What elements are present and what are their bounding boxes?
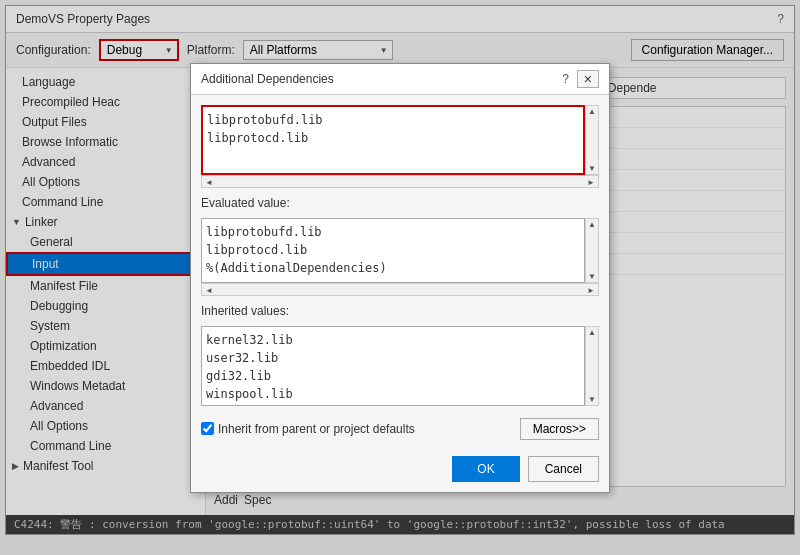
- eval-label: Evaluated value:: [201, 196, 599, 210]
- eval-value: libprotobufd.liblibprotocd.lib%(Addition…: [201, 218, 585, 283]
- scroll-right-icon[interactable]: ►: [584, 176, 598, 187]
- eval-scroll-right-icon[interactable]: ►: [584, 284, 598, 295]
- modal-footer-row: Inherit from parent or project defaults …: [201, 418, 599, 440]
- inh-scroll-down-icon[interactable]: ▼: [587, 394, 597, 405]
- ok-button[interactable]: OK: [452, 456, 519, 482]
- dependencies-textarea[interactable]: libprotobufd.lib libprotocd.lib: [201, 105, 585, 175]
- eval-scroll-track: [586, 230, 598, 271]
- textarea-container: libprotobufd.lib libprotocd.lib ▲ ▼: [201, 105, 599, 175]
- inh-vscroll[interactable]: ▲ ▼: [585, 326, 599, 406]
- inherit-checkbox-text: Inherit from parent or project defaults: [218, 422, 415, 436]
- modal-title: Additional Dependencies: [201, 72, 334, 86]
- modal-action-row: OK Cancel: [191, 450, 609, 492]
- inherited-label: Inherited values:: [201, 304, 599, 318]
- eval-hscroll[interactable]: ◄ ►: [201, 283, 599, 296]
- modal-overlay: Additional Dependencies ? × libprotobufd…: [0, 0, 800, 555]
- eval-scroll-left-icon[interactable]: ◄: [202, 284, 216, 295]
- scroll-down-icon[interactable]: ▼: [587, 163, 597, 174]
- inherit-checkbox-label[interactable]: Inherit from parent or project defaults: [201, 422, 415, 436]
- modal-help-button[interactable]: ?: [558, 71, 573, 87]
- modal-close-button[interactable]: ×: [577, 70, 599, 88]
- eval-scroll-up-icon[interactable]: ▲: [587, 219, 597, 230]
- textarea-hscroll[interactable]: ◄ ►: [201, 175, 599, 188]
- eval-scroll-down-icon[interactable]: ▼: [587, 271, 597, 282]
- macros-button[interactable]: Macros>>: [520, 418, 599, 440]
- modal-title-bar: Additional Dependencies ? ×: [191, 64, 609, 95]
- eval-container: libprotobufd.liblibprotocd.lib%(Addition…: [201, 218, 599, 283]
- cancel-button[interactable]: Cancel: [528, 456, 599, 482]
- textarea-vscroll[interactable]: ▲ ▼: [585, 105, 599, 175]
- inherited-value: kernel32.libuser32.libgdi32.libwinspool.…: [201, 326, 585, 406]
- inh-scroll-track: [586, 338, 598, 394]
- inh-scroll-up-icon[interactable]: ▲: [587, 327, 597, 338]
- scroll-up-icon[interactable]: ▲: [587, 106, 597, 117]
- inherited-container: kernel32.libuser32.libgdi32.libwinspool.…: [201, 326, 599, 406]
- additional-dependencies-modal: Additional Dependencies ? × libprotobufd…: [190, 63, 610, 493]
- modal-content: libprotobufd.lib libprotocd.lib ▲ ▼ ◄ ► …: [191, 95, 609, 450]
- inherit-checkbox[interactable]: [201, 422, 214, 435]
- scroll-left-icon[interactable]: ◄: [202, 176, 216, 187]
- hscroll-track: [216, 176, 584, 187]
- eval-hscroll-track: [216, 284, 584, 295]
- modal-title-controls: ? ×: [558, 70, 599, 88]
- scroll-track: [586, 117, 598, 163]
- eval-vscroll[interactable]: ▲ ▼: [585, 218, 599, 283]
